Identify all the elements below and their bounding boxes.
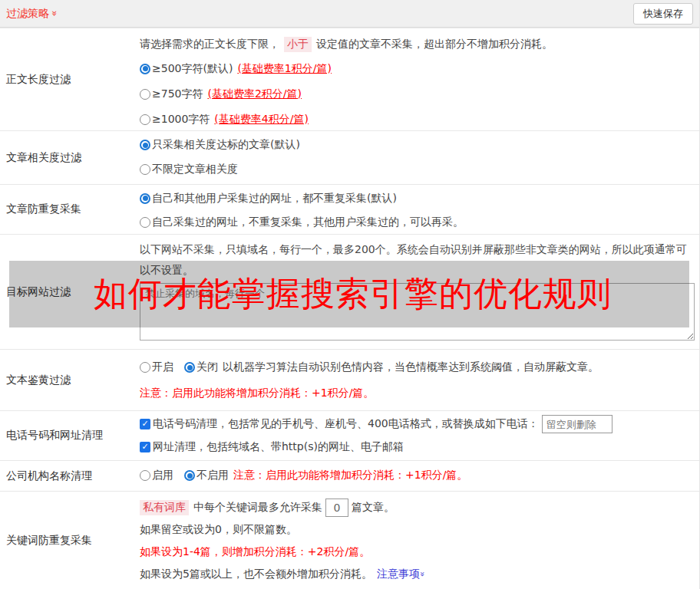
phone-cleanup-option: ✓ 电话号码清理，包括常见的手机号、座机号、400电话格式，或替换成如下电话：	[140, 413, 699, 436]
rate-note: (基础费率2积分/篇)	[207, 87, 302, 101]
top-bar: 过滤策略 » 快速保存	[0, 0, 699, 28]
radio-icon[interactable]	[140, 140, 150, 150]
row-body-length-filter: 正文长度过滤 请选择需求的正文长度下限， 小于 设定值的文章不采集，超出部分不增…	[0, 28, 699, 130]
relevance-option-unlimited[interactable]: 不限定文章相关度	[140, 157, 699, 182]
less-than-highlight: 小于	[284, 37, 312, 52]
private-lexicon-tag: 私有词库	[140, 500, 189, 515]
filter-strategy-page: 过滤策略 » 快速保存 正文长度过滤 请选择需求的正文长度下限， 小于 设定值的…	[0, 0, 700, 589]
row-relevance-filter: 文章相关度过滤 只采集相关度达标的文章(默认) 不限定文章相关度	[0, 130, 699, 184]
radio-icon[interactable]	[140, 64, 150, 74]
page-title-text: 过滤策略	[6, 7, 49, 21]
body-length-option-750[interactable]: ≥750字符 (基础费率2积分/篇)	[140, 81, 699, 107]
phone-replace-input[interactable]	[542, 415, 612, 433]
body-length-description: 请选择需求的正文长度下限， 小于 设定值的文章不采集，超出部分不增加积分消耗。	[140, 33, 699, 56]
row-porn-filter: 文本鉴黄过滤 开启 关闭 以机器学习算法自动识别色情内容，当色情概率达到系统阈值…	[0, 349, 699, 410]
chevron-double-down-icon: »	[50, 11, 60, 17]
row-phone-url-cleanup: 电话号码和网址清理 ✓ 电话号码清理，包括常见的手机号、座机号、400电话格式，…	[0, 410, 699, 460]
radio-icon[interactable]	[140, 164, 150, 175]
dedup-option-self-only[interactable]: 自己采集过的网址，不重复采集，其他用户采集过的，可以再采。	[140, 210, 699, 234]
row-target-site-filter: 目标网站过滤 以下网站不采集，只填域名，每行一个，最多200个。系统会自动识别并…	[0, 234, 699, 349]
target-site-textarea[interactable]	[140, 283, 695, 341]
porn-filter-label: 文本鉴黄过滤	[0, 350, 140, 410]
check-icon: ✓	[141, 442, 148, 452]
rate-note: (基础费率4积分/篇)	[214, 113, 309, 127]
radio-icon[interactable]	[140, 217, 150, 228]
phone-cleanup-checkbox[interactable]: ✓	[140, 419, 150, 429]
dedup-option-all-users[interactable]: 自己和其他用户采集过的网址，都不重复采集(默认)	[140, 186, 699, 210]
radio-icon[interactable]	[184, 362, 195, 373]
keyword-limit-input[interactable]	[325, 499, 348, 517]
rate-note: (基础费率1积分/篇)	[237, 62, 332, 76]
relevance-label: 文章相关度过滤	[0, 131, 140, 184]
body-length-option-500[interactable]: ≥500字符(默认) (基础费率1积分/篇)	[140, 56, 699, 81]
porn-filter-off-label[interactable]: 关闭	[196, 360, 218, 374]
company-cleanup-options: 启用 不启用 注意：启用此功能将增加积分消耗：+1积分/篇。	[140, 461, 699, 490]
radio-icon[interactable]	[140, 470, 150, 481]
target-site-description: 以下网站不采集，只填域名，每行一个，最多200个。系统会自动识别并屏蔽那些非文章…	[140, 239, 691, 281]
row-keyword-dedup: 关键词防重复采集 私有词库 中每个关键词最多允许采集 篇文章。 如果留空或设为0…	[0, 491, 699, 589]
company-cleanup-label: 公司机构名称清理	[0, 461, 140, 491]
keyword-dedup-label: 关键词防重复采集	[0, 492, 140, 589]
phone-url-label: 电话号码和网址清理	[0, 411, 140, 460]
keyword-note-cost: 如果设为1-4篇，则增加积分消耗：+2积分/篇。	[140, 541, 699, 563]
radio-icon[interactable]	[140, 89, 150, 100]
company-cost-note: 注意：启用此功能将增加积分消耗：+1积分/篇。	[233, 469, 467, 482]
porn-filter-on-label[interactable]: 开启	[152, 360, 173, 374]
keyword-note-unlimited: 如果留空或设为0，则不限篇数。	[140, 518, 699, 541]
row-dedup-collection: 文章防重复采集 自己和其他用户采集过的网址，都不重复采集(默认) 自己采集过的网…	[0, 184, 699, 234]
notes-link[interactable]: 注意事项 »	[377, 568, 425, 581]
porn-filter-description: 以机器学习算法自动识别色情内容，当色情概率达到系统阈值，自动屏蔽文章。	[223, 360, 599, 374]
company-enable-label[interactable]: 启用	[152, 469, 173, 482]
chevron-double-down-icon: »	[418, 571, 427, 577]
relevance-option-default[interactable]: 只采集相关度达标的文章(默认)	[140, 133, 699, 157]
url-cleanup-checkbox[interactable]: ✓	[140, 442, 150, 452]
check-icon: ✓	[141, 419, 148, 429]
keyword-limit-line: 私有词库 中每个关键词最多允许采集 篇文章。	[140, 496, 699, 518]
quick-save-button[interactable]: 快速保存	[633, 3, 693, 25]
radio-icon[interactable]	[184, 470, 195, 481]
url-cleanup-option: ✓ 网址清理，包括纯域名、带http(s)的网址、电子邮箱	[140, 436, 699, 459]
row-company-cleanup: 公司机构名称清理 启用 不启用 注意：启用此功能将增加积分消耗：+1积分/篇。	[0, 460, 699, 491]
company-disable-label[interactable]: 不启用	[196, 469, 229, 482]
porn-filter-options: 开启 关闭 以机器学习算法自动识别色情内容，当色情概率达到系统阈值，自动屏蔽文章…	[140, 357, 699, 377]
body-length-label: 正文长度过滤	[0, 28, 140, 130]
radio-icon[interactable]	[140, 193, 150, 204]
target-site-label: 目标网站过滤	[0, 235, 140, 349]
radio-icon[interactable]	[140, 362, 150, 373]
page-title[interactable]: 过滤策略 »	[6, 7, 58, 21]
porn-filter-cost-note: 注意：启用此功能将增加积分消耗：+1积分/篇。	[140, 383, 699, 403]
body-length-option-1000[interactable]: ≥1000字符 (基础费率4积分/篇)	[140, 107, 699, 132]
dedup-label: 文章防重复采集	[0, 185, 140, 234]
radio-icon[interactable]	[140, 114, 150, 125]
keyword-note-over5: 如果设为5篇或以上，也不会额外增加积分消耗。 注意事项 »	[140, 563, 699, 585]
